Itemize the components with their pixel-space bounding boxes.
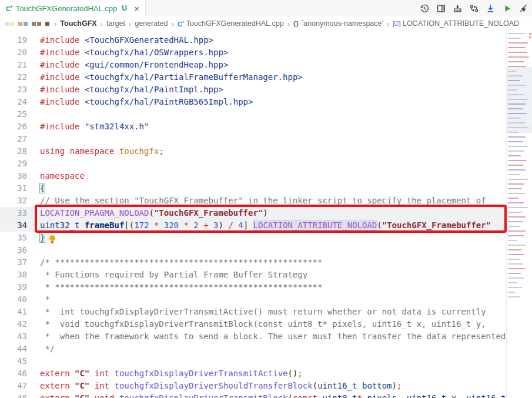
code-line[interactable]: 23#include <touchgfx/hal/PaintImpl.hpp> bbox=[0, 83, 507, 96]
line-number[interactable]: 43 bbox=[0, 330, 27, 343]
code-line[interactable]: 34uint32_t frameBuf[(172 * 320 * 2 + 3) … bbox=[0, 219, 507, 232]
code-token: ) bbox=[263, 208, 267, 218]
code-token: touchgfxDisplayDriverTransmitActive bbox=[114, 369, 287, 378]
code-line[interactable]: 46extern "C" int touchgfxDisplayDriverTr… bbox=[0, 367, 507, 380]
code-token bbox=[317, 393, 322, 398]
line-number[interactable]: 26 bbox=[0, 121, 27, 133]
line-number[interactable]: 44 bbox=[0, 343, 27, 355]
line-number[interactable]: 23 bbox=[0, 83, 27, 96]
line-number[interactable]: 29 bbox=[0, 158, 27, 170]
history-icon[interactable] bbox=[420, 4, 430, 14]
code-line[interactable]: 38 * Functions required by Partial Frame… bbox=[0, 269, 507, 281]
line-number[interactable]: 34 bbox=[0, 219, 27, 232]
line-number[interactable]: 27 bbox=[0, 133, 27, 145]
line-number[interactable]: 41 bbox=[0, 306, 27, 318]
open-preview-icon[interactable] bbox=[436, 4, 446, 14]
line-number[interactable]: 20 bbox=[0, 46, 27, 59]
minimap-line bbox=[508, 89, 517, 91]
code-line[interactable]: 27 bbox=[0, 133, 507, 145]
code-token: ) bbox=[392, 381, 397, 390]
code-line[interactable]: 26#include "stm32l4xx.h" bbox=[0, 121, 507, 133]
minimap-line bbox=[508, 263, 523, 265]
pipeline-icon[interactable] bbox=[469, 4, 479, 14]
line-number[interactable]: 45 bbox=[0, 355, 27, 367]
line-number[interactable]: 39 bbox=[0, 281, 27, 293]
vscode-window: { "tab_bar": { "tab": { "icon": "cpp-fil… bbox=[0, 0, 532, 398]
run-icon[interactable] bbox=[502, 4, 512, 14]
code-token bbox=[114, 146, 119, 156]
code-line[interactable]: 45 bbox=[0, 355, 507, 367]
code-line[interactable]: 30namespace bbox=[0, 170, 507, 182]
line-number[interactable]: 46 bbox=[0, 367, 27, 380]
code-line[interactable]: 19#include <TouchGFXGeneratedHAL.hpp> bbox=[0, 34, 507, 46]
line-number[interactable]: 30 bbox=[0, 170, 27, 182]
code-line[interactable]: 36 bbox=[0, 244, 507, 256]
line-number[interactable]: 19 bbox=[0, 34, 27, 46]
code-line[interactable]: 37/* ***********************************… bbox=[0, 256, 507, 269]
build-icon[interactable] bbox=[453, 4, 463, 14]
code-line[interactable]: 42 * void touchgfxDisplayDriverTransmitB… bbox=[0, 318, 507, 330]
line-number[interactable]: 35 bbox=[0, 232, 27, 244]
code-line[interactable]: 24#include <touchgfx/hal/PaintRGB565Impl… bbox=[0, 96, 507, 108]
minimap-line bbox=[508, 183, 524, 185]
close-icon[interactable]: × bbox=[134, 4, 139, 13]
code-line[interactable]: 32// Use the section "TouchGFX_Framebuff… bbox=[0, 195, 507, 207]
minimap-line bbox=[508, 273, 521, 274]
code-line[interactable]: 44 */ bbox=[0, 343, 507, 355]
line-number[interactable]: 21 bbox=[0, 59, 27, 71]
code-line[interactable]: 40 * bbox=[0, 293, 507, 306]
line-number[interactable]: 24 bbox=[0, 96, 27, 108]
line-number[interactable]: 38 bbox=[0, 269, 27, 281]
line-number[interactable]: 48 bbox=[0, 392, 27, 398]
line-number[interactable]: 32 bbox=[0, 195, 27, 207]
line-number[interactable]: 31 bbox=[0, 182, 27, 195]
breadcrumb-path-chips[interactable] bbox=[5, 22, 51, 26]
code-line[interactable]: 29 bbox=[0, 158, 507, 170]
line-number[interactable]: 22 bbox=[0, 71, 27, 83]
code-token bbox=[233, 220, 238, 230]
code-line[interactable]: 33LOCATION_PRAGMA_NOLOAD("TouchGFX_Frame… bbox=[0, 207, 507, 219]
breadcrumb-item-generated[interactable]: generated bbox=[135, 19, 168, 28]
line-number[interactable]: 33 bbox=[0, 207, 27, 219]
code-lines[interactable]: 19#include <TouchGFXGeneratedHAL.hpp>20#… bbox=[0, 31, 507, 398]
code-line[interactable]: 31{ bbox=[0, 182, 507, 195]
line-number[interactable]: 25 bbox=[0, 108, 27, 121]
code-line[interactable]: 22#include <touchgfx/hal/PartialFrameBuf… bbox=[0, 71, 507, 83]
code-line[interactable]: 47extern "C" int touchgfxDisplayDriverSh… bbox=[0, 380, 507, 392]
breadcrumb-item-touchgfx[interactable]: TouchGFX bbox=[60, 19, 96, 28]
code-token: int bbox=[95, 381, 109, 390]
clean-icon[interactable] bbox=[518, 4, 528, 14]
code-line[interactable]: 21#include <gui/common/FrontendHeap.hpp> bbox=[0, 59, 507, 71]
breadcrumb-item-file[interactable]: C+ TouchGFXGeneratedHAL.cpp bbox=[178, 19, 284, 28]
code-line[interactable]: 25 bbox=[0, 108, 507, 121]
breadcrumb-item-symbol[interactable]: [∅] LOCATION_ATTRIBUTE_NOLOAD bbox=[393, 19, 519, 28]
code-token bbox=[65, 146, 69, 156]
minimap[interactable] bbox=[506, 31, 532, 398]
code-token bbox=[79, 72, 84, 82]
minimap-line bbox=[508, 47, 526, 48]
line-number[interactable]: 40 bbox=[0, 293, 27, 306]
line-number[interactable]: 37 bbox=[0, 256, 27, 269]
download-icon[interactable] bbox=[486, 4, 496, 14]
code-line[interactable]: 48extern "C" void touchgfxDisplayDriverT… bbox=[0, 392, 507, 398]
code-line[interactable]: 41 * int touchgfxDisplayDriverTransmitAc… bbox=[0, 306, 507, 318]
lightbulb-icon[interactable] bbox=[49, 235, 55, 241]
code-token: x, bbox=[446, 393, 466, 398]
editor-pane[interactable]: 19#include <TouchGFXGeneratedHAL.hpp>20#… bbox=[0, 31, 532, 398]
code-token: */ bbox=[40, 344, 55, 353]
breadcrumb-item-anonymous-namespace[interactable]: {} `anonymous-namespace' bbox=[293, 19, 383, 28]
line-number[interactable]: 36 bbox=[0, 244, 27, 256]
code-token: ( bbox=[149, 208, 153, 218]
code-line[interactable]: 39 * ***********************************… bbox=[0, 281, 507, 293]
code-line[interactable]: 43 * when the framework wants to send a … bbox=[0, 330, 507, 343]
line-number[interactable]: 28 bbox=[0, 145, 27, 158]
code-line[interactable]: 35} bbox=[0, 232, 507, 244]
code-line[interactable]: 28using namespace touchgfx; bbox=[0, 145, 507, 158]
breadcrumb-item-target[interactable]: target bbox=[106, 19, 125, 28]
line-number[interactable]: 42 bbox=[0, 318, 27, 330]
code-token: LOCATION_ATTRIBUTE_NOLOAD bbox=[253, 220, 377, 230]
code-line[interactable]: 20#include <touchgfx/hal/OSWrappers.hpp> bbox=[0, 46, 507, 59]
tab-touchgfxgeneratedhal[interactable]: C+ TouchGFXGeneratedHAL.cpp U × bbox=[0, 0, 146, 16]
minimap-line bbox=[508, 207, 528, 208]
line-number[interactable]: 47 bbox=[0, 380, 27, 392]
